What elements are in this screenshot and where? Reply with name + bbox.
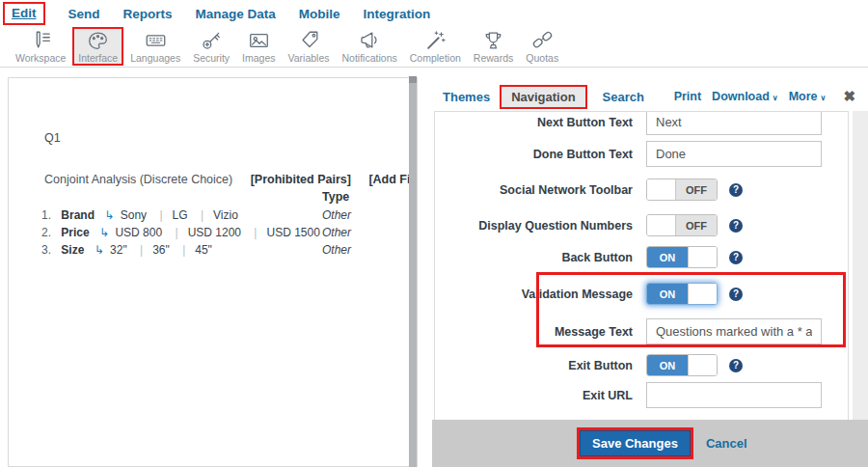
toolbar-item-workspace[interactable]: Workspace — [10, 27, 71, 65]
toggle-state-label: ON — [647, 355, 688, 375]
more-label: More — [789, 90, 818, 103]
help-icon[interactable]: ? — [729, 219, 743, 233]
key-icon — [200, 29, 224, 52]
field-label: Validation Message — [435, 288, 633, 301]
tab-navigation[interactable]: Navigation — [500, 85, 586, 109]
chevron-down-icon: ∨ — [821, 94, 827, 102]
message-text-input[interactable] — [646, 318, 822, 344]
social-network-toolbar-toggle[interactable]: OFF — [646, 179, 718, 201]
toolbar-item-label: Variables — [288, 52, 330, 64]
attribute-level: LG — [149, 208, 187, 222]
attribute-row-price[interactable]: 2. Price ↳ USD 800 USD 1200 USD 1500 Oth… — [36, 226, 320, 239]
megaphone-icon — [358, 29, 382, 52]
print-link[interactable]: Print — [674, 90, 701, 103]
field-label: Social Network Toolbar — [435, 183, 633, 197]
prohibited-pairs-link[interactable]: [Prohibited Pairs] — [251, 173, 351, 186]
toggle-knob — [688, 284, 717, 304]
workspace-icon — [29, 29, 53, 52]
help-icon[interactable]: ? — [729, 359, 743, 372]
form-row-exit-url: Exit URL — [435, 382, 848, 408]
attribute-type: Other — [322, 243, 351, 257]
display-question-numbers-toggle[interactable]: OFF — [646, 214, 718, 236]
nav-item-manage-data[interactable]: Manage Data — [196, 7, 276, 21]
attribute-name: Price — [61, 226, 89, 239]
toggle-state-label: ON — [647, 284, 688, 304]
toolbar-item-notifications[interactable]: Notifications — [337, 27, 403, 65]
attribute-level: Sony — [121, 208, 147, 222]
toolbar-item-languages[interactable]: Languages — [124, 27, 186, 65]
validation-message-toggle[interactable]: ON — [646, 283, 718, 305]
attribute-level: USD 1200 — [166, 226, 242, 239]
question-code: Q1 — [44, 131, 61, 145]
image-icon — [247, 29, 271, 52]
attribute-row-size[interactable]: 3. Size ↳ 32" 36" 45" Other — [36, 243, 212, 257]
toolbar-item-label: Languages — [130, 52, 180, 64]
download-link[interactable]: Download∨ — [712, 90, 778, 103]
done-button-text-input[interactable] — [646, 141, 822, 167]
tab-search[interactable]: Search — [603, 90, 644, 104]
nav-item-reports[interactable]: Reports — [123, 7, 173, 21]
nav-item-integration[interactable]: Integration — [364, 7, 431, 21]
toolbar-item-rewards[interactable]: Rewards — [468, 27, 519, 65]
exit-button-toggle[interactable]: ON — [646, 354, 718, 376]
tab-themes[interactable]: Themes — [443, 90, 490, 104]
toolbar-item-images[interactable]: Images — [236, 27, 281, 65]
next-button-text-input[interactable] — [646, 111, 822, 135]
nav-item-mobile[interactable]: Mobile — [299, 7, 340, 21]
toolbar-item-completion[interactable]: Completion — [404, 27, 467, 65]
toolbar-item-security[interactable]: Security — [187, 27, 235, 65]
toggle-knob — [647, 215, 676, 235]
cancel-link[interactable]: Cancel — [706, 436, 747, 451]
row-number: 3. — [36, 243, 51, 257]
left-panel-scrollbar[interactable] — [409, 76, 417, 467]
save-changes-button[interactable]: Save Changes — [580, 430, 691, 456]
form-row-display-question-numbers: Display Question Numbers OFF ? — [435, 214, 848, 236]
exit-url-input[interactable] — [646, 382, 822, 408]
help-icon[interactable]: ? — [729, 183, 743, 197]
type-column-header: Type — [322, 190, 349, 204]
field-label: Done Button Text — [435, 148, 633, 161]
toolbar-item-quotas[interactable]: Quotas — [520, 27, 564, 65]
close-icon[interactable]: ✖ — [843, 88, 855, 105]
add-fixed-tasks-link[interactable]: [Add Fixed Tasks — [368, 173, 413, 186]
palette-icon — [86, 29, 110, 52]
attribute-level: USD 800 — [115, 226, 162, 239]
toolbar-item-variables[interactable]: Variables — [283, 27, 336, 65]
toolbar-item-interface[interactable]: Interface — [72, 27, 123, 66]
nav-item-edit[interactable]: Edit — [3, 2, 45, 25]
attribute-type: Other — [322, 208, 351, 222]
toggle-knob — [688, 355, 717, 375]
help-icon[interactable]: ? — [729, 251, 743, 264]
chain-links-icon — [530, 29, 555, 52]
attribute-level: 32" — [110, 243, 127, 257]
question-type-line: Conjoint Analysis (Discrete Choice) [Pro… — [44, 173, 413, 186]
field-label: Back Button — [435, 251, 633, 264]
form-row-next-button-text: Next Button Text — [435, 111, 848, 135]
attribute-row-brand[interactable]: 1. Brand ↳ Sony LG Vizio Other — [36, 208, 238, 222]
toggle-state-label: OFF — [676, 215, 717, 235]
toggle-knob — [647, 179, 676, 200]
form-row-validation-message: Validation Message ON ? — [435, 283, 848, 305]
toolbar-item-label: Interface — [78, 52, 118, 64]
download-label: Download — [712, 90, 770, 103]
settings-panel-scrollbar[interactable] — [853, 111, 868, 420]
field-label: Exit URL — [435, 389, 633, 402]
toolbar-item-label: Completion — [410, 52, 461, 64]
more-link[interactable]: More∨ — [789, 90, 827, 103]
field-label: Next Button Text — [435, 116, 633, 129]
branch-arrow-icon: ↳ — [99, 226, 109, 239]
field-label: Exit Button — [435, 359, 633, 372]
toggle-state-label: ON — [647, 247, 688, 267]
field-label: Display Question Numbers — [435, 219, 633, 233]
row-number: 2. — [36, 226, 51, 239]
nav-item-send[interactable]: Send — [68, 7, 100, 21]
form-row-exit-button: Exit Button ON ? — [435, 354, 848, 376]
row-number: 1. — [36, 208, 51, 222]
edit-toolbar: Workspace Interface Languages Security I… — [0, 27, 868, 68]
help-icon[interactable]: ? — [729, 288, 743, 301]
attribute-level: 45" — [173, 243, 212, 257]
form-row-message-text: Message Text — [435, 318, 848, 344]
back-button-toggle[interactable]: ON — [646, 246, 718, 268]
question-type: Conjoint Analysis (Discrete Choice) — [44, 173, 232, 186]
settings-panel-header: Themes Navigation Search Print Download∨… — [427, 83, 868, 110]
